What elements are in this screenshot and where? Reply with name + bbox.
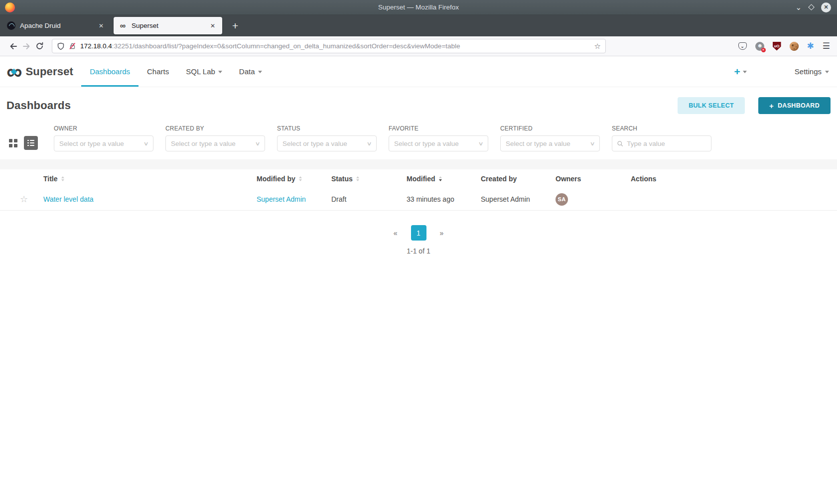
filter-certified: CERTIFIED Select or type a value [500, 125, 600, 151]
url-host: 172.18.0.4 [80, 42, 112, 50]
tab-title: Superset [132, 22, 158, 29]
ublock-origin-icon[interactable] [773, 42, 781, 51]
created-by-select[interactable]: Select or type a value [165, 135, 265, 151]
settings-menu[interactable]: Settings [795, 67, 829, 76]
nav-item-sql-lab[interactable]: SQL Lab [177, 56, 231, 87]
menu-hamburger-icon[interactable] [823, 41, 830, 51]
url-text: 172.18.0.4:32251/dashboard/list/?pageInd… [80, 42, 460, 50]
bulk-select-button[interactable]: BULK SELECT [678, 97, 745, 114]
window-minimize-button[interactable]: ⌄ [795, 5, 802, 10]
sort-icon [61, 176, 64, 181]
back-button[interactable] [7, 40, 20, 53]
dashboard-title-link[interactable]: Water level data [43, 195, 94, 203]
column-header-status[interactable]: Status [331, 175, 407, 183]
page-title: Dashboards [6, 99, 71, 112]
favorite-star-icon[interactable] [20, 194, 43, 205]
sort-icon [356, 176, 359, 181]
owner-avatar[interactable]: SA [556, 193, 568, 206]
filter-bar: OWNER Select or type a value CREATED BY … [0, 119, 837, 159]
modified-by-link[interactable]: Superset Admin [257, 195, 306, 203]
tab-close-icon[interactable] [97, 21, 106, 30]
brand-name: Superset [25, 65, 73, 78]
table-header-row: Title Modified by Status Modified Create… [0, 169, 837, 188]
modified-cell: 33 minutes ago [407, 195, 481, 203]
tab-title: Apache Druid [20, 22, 61, 29]
superset-infinity-icon: ∞ [6, 62, 21, 82]
chevron-down-icon [255, 140, 260, 147]
cookie-extension-icon[interactable] [790, 42, 799, 51]
bookmark-star-icon[interactable] [594, 42, 601, 51]
superset-favicon-icon: ∞ [119, 21, 127, 30]
chevron-down-icon [589, 140, 595, 147]
chevron-down-icon [366, 140, 372, 147]
window-title: Superset — Mozilla Firefox [378, 3, 459, 11]
chevron-down-icon [825, 71, 829, 73]
plus-icon [769, 102, 774, 110]
table-row: Water level data Superset Admin Draft 33… [0, 188, 837, 211]
status-cell: Draft [331, 195, 407, 203]
column-header-created-by: Created by [481, 175, 556, 183]
window-titlebar: Superset — Mozilla Firefox ⌄ ✕ [0, 0, 837, 15]
firefox-logo-icon [5, 2, 15, 12]
pagination-next-button[interactable]: » [438, 227, 446, 239]
main-nav: Dashboards Charts SQL Lab Data [81, 56, 270, 87]
filter-created-by: CREATED BY Select or type a value [165, 125, 265, 151]
sort-desc-icon [439, 176, 442, 181]
card-view-toggle-icon[interactable] [9, 139, 17, 147]
superset-logo[interactable]: ∞ Superset [6, 56, 73, 87]
favorite-select[interactable]: Select or type a value [389, 135, 488, 151]
column-header-owners: Owners [556, 175, 631, 183]
filter-owner: OWNER Select or type a value [54, 125, 153, 151]
nav-item-charts[interactable]: Charts [139, 56, 177, 87]
search-input[interactable] [627, 140, 706, 147]
chevron-down-icon [743, 71, 747, 73]
pocket-icon[interactable] [738, 42, 747, 50]
new-tab-button[interactable] [229, 20, 241, 32]
column-header-actions: Actions [631, 175, 837, 183]
privacy-extension-icon[interactable] [755, 42, 764, 51]
filter-favorite: FAVORITE Select or type a value [389, 125, 488, 151]
pagination-page-1[interactable]: 1 [411, 225, 426, 241]
column-header-modified-by[interactable]: Modified by [257, 175, 331, 183]
browser-tab-superset[interactable]: ∞ Superset [114, 17, 222, 34]
extension-asterisk-icon[interactable] [807, 42, 814, 50]
new-dashboard-button[interactable]: DASHBOARD [758, 97, 831, 114]
add-new-dropdown[interactable]: + [734, 67, 747, 77]
nav-item-dashboards[interactable]: Dashboards [81, 56, 139, 87]
filter-search: SEARCH [612, 125, 711, 151]
pagination-summary: 1-1 of 1 [0, 247, 837, 255]
chevron-down-icon [218, 71, 222, 73]
chevron-down-icon [143, 140, 148, 147]
reload-button[interactable] [33, 40, 46, 53]
url-path: :32251/dashboard/list/?pageIndex=0&sortC… [112, 42, 460, 50]
column-header-title[interactable]: Title [43, 175, 257, 183]
window-maximize-button[interactable] [808, 4, 815, 10]
browser-toolbar: 172.18.0.4:32251/dashboard/list/?pageInd… [0, 36, 837, 56]
url-bar[interactable]: 172.18.0.4:32251/dashboard/list/?pageInd… [52, 39, 606, 53]
forward-button[interactable] [20, 40, 33, 53]
sort-icon [299, 176, 302, 181]
pagination-prev-button[interactable]: « [392, 227, 400, 239]
window-close-button[interactable]: ✕ [821, 2, 831, 12]
chevron-down-icon [258, 71, 262, 73]
list-view-toggle-icon[interactable] [24, 136, 38, 150]
search-icon [617, 140, 623, 147]
browser-tab-bar: Apache Druid ∞ Superset [0, 15, 837, 36]
certified-select[interactable]: Select or type a value [500, 135, 600, 151]
tab-close-icon[interactable] [208, 21, 217, 30]
plus-icon: + [734, 67, 740, 77]
table-top-divider [0, 159, 837, 169]
chevron-down-icon [478, 140, 483, 147]
status-select[interactable]: Select or type a value [277, 135, 377, 151]
nav-item-data[interactable]: Data [231, 56, 271, 87]
apache-druid-favicon-icon [7, 21, 15, 30]
tracking-shield-icon[interactable] [57, 42, 65, 50]
owner-select[interactable]: Select or type a value [54, 135, 153, 151]
pagination: « 1 » [0, 225, 837, 241]
column-header-modified[interactable]: Modified [407, 175, 481, 183]
superset-navbar: ∞ Superset Dashboards Charts SQL Lab Dat… [0, 56, 837, 87]
filter-status: STATUS Select or type a value [277, 125, 377, 151]
created-by-cell: Superset Admin [481, 195, 556, 203]
browser-tab-apache-druid[interactable]: Apache Druid [2, 17, 111, 34]
insecure-lock-icon[interactable] [69, 42, 76, 50]
